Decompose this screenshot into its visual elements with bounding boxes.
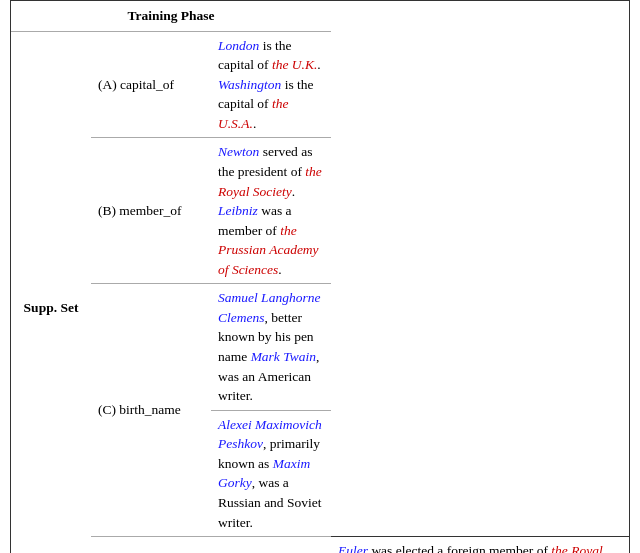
relation-birth-name: (C) birth_name — [91, 284, 211, 537]
member-of-sentences: Newton served as the president of the Ro… — [211, 138, 331, 284]
london: London — [218, 38, 259, 53]
main-table: Training Phase Supp. Set (A) capital_of … — [10, 0, 630, 553]
relation-capital-of: (A) capital_of — [91, 31, 211, 138]
newton: Newton — [218, 144, 259, 159]
query-relation-train: (A), (B) or (C) — [211, 537, 331, 553]
query-label-train: Query — [91, 537, 211, 553]
query-row-train: Query (A), (B) or (C) Euler was elected … — [11, 537, 629, 553]
table-row: (B) member_of Newton served as the presi… — [11, 138, 629, 284]
training-header: Training Phase — [11, 1, 331, 31]
mark-twain-1: Mark Twain — [251, 349, 316, 364]
table-row: Supp. Set (A) capital_of London is the c… — [11, 31, 629, 138]
query-sentence-train: Euler was elected a foreign member of th… — [331, 537, 629, 553]
supp-set-label-train: Supp. Set — [11, 31, 91, 553]
birth-name-sentence-1: Samuel Langhorne Clemens, better known b… — [211, 284, 331, 410]
washington: Washington — [218, 77, 281, 92]
capital-of-sentences: London is the capital of the U.K.. Washi… — [211, 31, 331, 138]
training-header-row: Training Phase — [11, 1, 629, 31]
birth-name-sentence-2: Alexei Maximovich Peshkov, primarily kno… — [211, 410, 331, 536]
uk: the U.K. — [272, 57, 317, 72]
leibniz: Leibniz — [218, 203, 258, 218]
relation-member-of: (B) member_of — [91, 138, 211, 284]
euler: Euler — [338, 543, 368, 553]
table-row: (C) birth_name Samuel Langhorne Clemens,… — [11, 284, 629, 410]
